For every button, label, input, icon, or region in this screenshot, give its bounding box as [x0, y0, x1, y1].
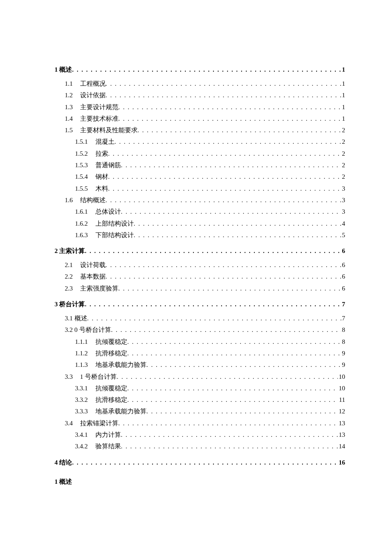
- toc-label: 1.1.2 抗滑移稳定: [75, 348, 127, 359]
- toc-page: 6: [341, 283, 346, 294]
- toc-entry: 3.4 拉索锚梁计算13: [55, 418, 345, 429]
- toc-entry: 1.1.3 地基承载能力验算 9: [55, 359, 345, 371]
- toc-entry: 4 结论 16: [55, 457, 345, 468]
- toc-page: 6: [341, 245, 346, 257]
- toc-entry: 1.5.1 混凝土 2: [55, 136, 345, 148]
- toc-page: 2: [341, 148, 346, 160]
- toc-label: 1.5.3 普通钢筋: [75, 160, 121, 171]
- toc-page: 10: [338, 371, 345, 383]
- toc-label: 3 桥台计算: [55, 299, 85, 310]
- toc-entry: 1.3 主要设计规范1: [55, 102, 345, 113]
- toc-page: 6: [341, 259, 346, 271]
- toc-label: 3.3.1 抗倾覆稳定: [75, 383, 127, 394]
- toc-dots: [87, 313, 341, 324]
- toc-label: 1.3 主要设计规范: [65, 102, 118, 113]
- toc-dots: [106, 90, 341, 101]
- toc-entry: 1.6 结构概述3: [55, 195, 345, 206]
- toc-dots: [118, 113, 341, 124]
- toc-dots: [127, 395, 338, 405]
- toc-entry: 3.4.1 内力计算 13: [55, 429, 345, 441]
- toc-dots: [106, 271, 341, 282]
- toc-dots: [72, 457, 338, 468]
- toc-page: 16: [338, 457, 345, 468]
- toc-dots: [121, 430, 338, 440]
- toc-page: 3: [341, 183, 346, 195]
- toc-page: 11: [338, 394, 345, 406]
- toc-dots: [127, 337, 341, 347]
- toc-label: 2.2 基本数据: [65, 271, 106, 282]
- toc-label: 3.3.3 地基承载能力验算: [75, 406, 147, 417]
- toc-page: 1: [341, 90, 346, 101]
- toc-label: 1.2 设计依据: [65, 90, 106, 101]
- toc-dots: [106, 78, 341, 89]
- toc-label: 1.1.3 地基承载能力验算: [75, 359, 147, 371]
- toc-page: 2: [341, 160, 346, 171]
- toc-dots: [134, 230, 341, 241]
- toc-dots: [118, 283, 341, 294]
- toc-page: 8: [341, 336, 346, 348]
- toc-label: 1.5.4 钢材: [75, 171, 108, 183]
- toc-page: 1: [341, 113, 346, 125]
- toc-page: 9: [341, 348, 346, 359]
- toc-entry: 1.5.3 普通钢筋 2: [55, 160, 345, 171]
- toc-label: 1.4 主要技术标准: [65, 113, 118, 125]
- toc-page: 2: [341, 125, 346, 136]
- section-number: 1: [55, 478, 58, 485]
- toc-label: 3.4.2 验算结果: [75, 441, 121, 452]
- toc-entry: 1.6.2 上部结构设计 4: [55, 218, 345, 230]
- toc-dots: [127, 348, 341, 359]
- toc-label: 1.6.2 上部结构设计: [75, 218, 134, 230]
- toc-page: 8: [341, 324, 346, 336]
- toc-dots: [108, 183, 341, 194]
- toc-entry: 2.2 基本数据6: [55, 271, 345, 282]
- toc-page: 4: [341, 218, 346, 230]
- toc-entry: 2.1 设计荷载6: [55, 259, 345, 271]
- toc-dots: [111, 325, 341, 335]
- toc-page: 6: [341, 271, 346, 282]
- toc-label: 1.5.5 木料: [75, 183, 108, 195]
- toc-dots: [85, 299, 341, 310]
- toc-dots: [134, 218, 341, 229]
- toc-dots: [115, 137, 341, 147]
- toc-entry: 3.1 概述7: [55, 313, 345, 324]
- toc-dots: [117, 372, 338, 382]
- toc-label: 2 主索计算: [55, 245, 85, 257]
- toc-page: 7: [341, 299, 346, 310]
- toc-dots: [85, 246, 341, 256]
- toc-page: 13: [338, 429, 345, 441]
- toc-label: 3.4.1 内力计算: [75, 429, 121, 441]
- toc-page: 1: [341, 102, 346, 113]
- table-of-contents: 1 概述 11.1 工程概况11.2 设计依据11.3 主要设计规范11.4 主…: [55, 64, 345, 468]
- toc-dots: [118, 418, 338, 429]
- toc-dots: [121, 160, 341, 171]
- toc-page: 3: [341, 195, 346, 206]
- toc-entry: 2.3 主索强度验算6: [55, 283, 345, 294]
- toc-label: 1.1.1 抗倾覆稳定: [75, 336, 127, 348]
- toc-label: 3.4 拉索锚梁计算: [65, 418, 118, 429]
- toc-dots: [118, 102, 341, 113]
- toc-label: 1.5.2 拉索: [75, 148, 108, 160]
- toc-label: 3.1 概述: [65, 313, 87, 324]
- toc-entry: 3.3 1 号桥台计算10: [55, 371, 345, 383]
- toc-page: 5: [341, 230, 346, 241]
- toc-entry: 3.3.3 地基承载能力验算 12: [55, 406, 345, 417]
- toc-dots: [147, 360, 341, 370]
- toc-entry: 1.6.3 下部结构设计 5: [55, 230, 345, 241]
- toc-entry: 3 桥台计算 7: [55, 299, 345, 310]
- toc-entry: 1.5.5 木料 3: [55, 183, 345, 195]
- toc-dots: [106, 260, 341, 270]
- toc-label: 2.3 主索强度验算: [65, 283, 118, 294]
- toc-entry: 1.5.2 拉索 2: [55, 148, 345, 160]
- toc-page: 7: [341, 313, 346, 324]
- section-title: 概述: [59, 478, 72, 485]
- toc-entry: 1.2 设计依据1: [55, 90, 345, 101]
- toc-page: 12: [338, 406, 345, 417]
- toc-page: 9: [341, 359, 346, 371]
- toc-label: 1.1 工程概况: [65, 78, 106, 90]
- toc-entry: 2 主索计算 6: [55, 245, 345, 257]
- toc-label: 2.1 设计荷载: [65, 259, 106, 271]
- toc-entry: 3.3.2 抗滑移稳定 11: [55, 394, 345, 406]
- toc-label: 1.6.1 总体设计: [75, 206, 121, 218]
- toc-label: 1.5 主要材料及性能要求: [65, 125, 138, 136]
- toc-dots: [106, 195, 341, 206]
